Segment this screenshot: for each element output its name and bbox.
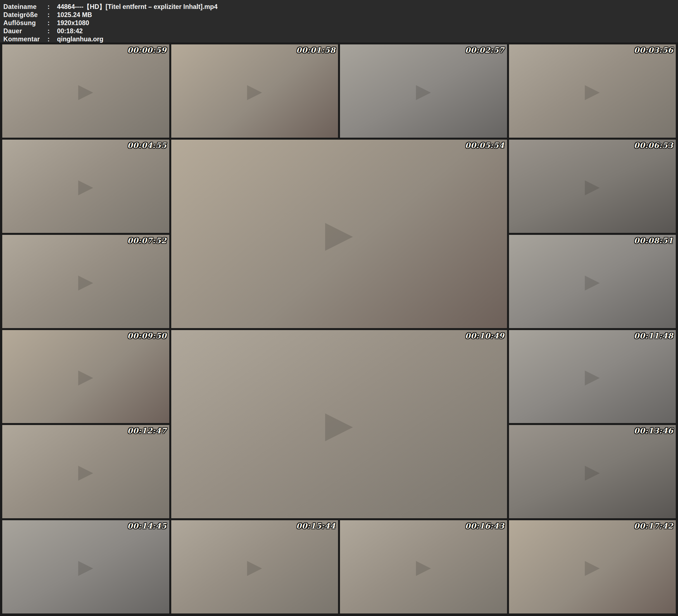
film-placeholder-icon: ▶ (585, 365, 600, 388)
timestamp-badge: 00:13:46 (634, 426, 673, 435)
file-info-header: Dateiname : 44864----【HD】[Titel entfernt… (0, 0, 678, 42)
thumbnail: ▶ 00:03:56 (509, 44, 676, 138)
filesize-value: 1025.24 MB (57, 11, 92, 19)
timestamp-badge: 00:08:51 (634, 236, 673, 245)
film-placeholder-icon: ▶ (78, 270, 93, 293)
field-aufloesung: Auflösung : 1920x1080 (3, 19, 678, 27)
thumbnail: ▶ 00:07:52 (2, 235, 170, 329)
timestamp-badge: 00:05:54 (465, 141, 504, 150)
thumbnail: ▶ 00:01:58 (171, 44, 339, 138)
thumbnail: ▶ 00:15:44 (171, 520, 339, 614)
film-placeholder-icon: ▶ (416, 80, 431, 103)
field-label: Auflösung (3, 19, 47, 27)
field-label: Dateiname (3, 3, 47, 11)
timestamp-badge: 00:09:50 (127, 332, 167, 340)
timestamp-badge: 00:02:57 (465, 46, 504, 54)
field-dateigroesse: Dateigröße : 1025.24 MB (3, 11, 678, 19)
timestamp-badge: 00:00:59 (127, 46, 167, 54)
timestamp-badge: 00:07:52 (127, 236, 167, 245)
thumbnail: ▶ 00:12:47 (2, 425, 170, 518)
film-placeholder-icon: ▶ (78, 460, 93, 483)
thumbnail: ▶ 00:17:42 (509, 520, 676, 614)
thumbnail: ▶ 00:08:51 (509, 235, 676, 329)
film-placeholder-icon: ▶ (78, 80, 93, 103)
film-placeholder-icon: ▶ (78, 175, 93, 198)
comment-value: qinglanhua.org (57, 35, 103, 43)
resolution-value: 1920x1080 (57, 19, 89, 27)
thumbnail-large: ▶ 00:05:54 (171, 139, 507, 329)
film-placeholder-icon: ▶ (416, 555, 431, 578)
thumbnail: ▶ 00:13:46 (509, 425, 676, 518)
timestamp-badge: 00:14:45 (127, 522, 167, 530)
film-placeholder-icon: ▶ (585, 555, 600, 578)
film-placeholder-icon: ▶ (585, 175, 600, 198)
field-separator: : (47, 27, 57, 35)
thumbnail: ▶ 00:00:59 (2, 44, 170, 138)
thumbnail-grid: ▶ 00:00:59 ▶ 00:01:58 ▶ 00:02:57 ▶ 00:03… (0, 42, 678, 616)
thumbnail: ▶ 00:06:53 (509, 139, 676, 233)
timestamp-badge: 00:01:58 (296, 46, 336, 54)
film-placeholder-icon: ▶ (325, 213, 353, 255)
field-kommentar: Kommentar : qinglanhua.org (3, 35, 678, 43)
timestamp-badge: 00:17:42 (634, 522, 673, 530)
film-placeholder-icon: ▶ (325, 403, 353, 446)
timestamp-badge: 00:03:56 (634, 46, 673, 54)
timestamp-badge: 00:04:55 (127, 141, 167, 150)
film-placeholder-icon: ▶ (78, 365, 93, 388)
film-placeholder-icon: ▶ (585, 460, 600, 483)
field-label: Kommentar (3, 35, 47, 43)
film-placeholder-icon: ▶ (247, 80, 262, 103)
field-label: Dateigröße (3, 11, 47, 19)
field-separator: : (47, 19, 57, 27)
timestamp-badge: 00:10:49 (465, 332, 504, 340)
field-separator: : (47, 35, 57, 43)
film-placeholder-icon: ▶ (78, 555, 93, 578)
timestamp-badge: 00:11:48 (634, 332, 673, 340)
thumbnail: ▶ 00:14:45 (2, 520, 170, 614)
field-separator: : (47, 3, 57, 11)
film-placeholder-icon: ▶ (247, 555, 262, 578)
thumbnail-large: ▶ 00:10:49 (171, 330, 507, 519)
field-label: Dauer (3, 27, 47, 35)
film-placeholder-icon: ▶ (585, 270, 600, 293)
thumbnail: ▶ 00:09:50 (2, 330, 170, 424)
timestamp-badge: 00:06:53 (634, 141, 673, 150)
thumbnail: ▶ 00:02:57 (340, 44, 507, 138)
field-dauer: Dauer : 00:18:42 (3, 27, 678, 35)
thumbnail: ▶ 00:04:55 (2, 139, 170, 233)
thumbnail: ▶ 00:11:48 (509, 330, 676, 424)
field-separator: : (47, 11, 57, 19)
duration-value: 00:18:42 (57, 27, 83, 35)
timestamp-badge: 00:15:44 (296, 522, 336, 530)
film-placeholder-icon: ▶ (585, 80, 600, 103)
timestamp-badge: 00:12:47 (127, 426, 167, 435)
filename-value: 44864----【HD】[Titel entfernt – explizite… (57, 3, 218, 11)
field-dateiname: Dateiname : 44864----【HD】[Titel entfernt… (3, 3, 678, 11)
timestamp-badge: 00:16:43 (465, 522, 504, 530)
thumbnail: ▶ 00:16:43 (340, 520, 507, 614)
